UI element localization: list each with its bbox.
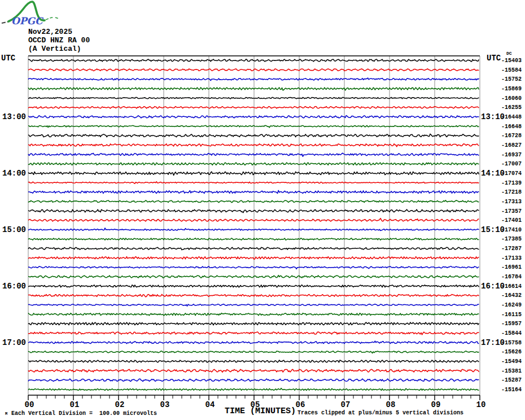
seismo-trace-19: [28, 228, 479, 231]
dc-value: -15844: [488, 331, 522, 336]
dc-value: -16961: [488, 265, 522, 270]
dc-value: -16448: [488, 115, 522, 120]
dc-value: -16784: [488, 274, 522, 280]
seismo-trace-35: [28, 379, 479, 381]
webicorder-page: OPGC Nov22,2025 OCCD HNZ RA 00 (A Vertic…: [0, 0, 525, 420]
left-hour-label: 13:00: [1, 113, 26, 121]
seismo-trace-24: [28, 275, 479, 278]
dc-value: -17410: [488, 228, 522, 233]
left-utc-header: UTC: [1, 54, 15, 62]
seismo-trace-29: [28, 322, 479, 325]
seismo-trace-32: [28, 351, 479, 353]
dc-value: -16432: [488, 293, 522, 299]
dc-value: -16614: [488, 284, 522, 290]
x-tick-label: 07: [336, 401, 355, 409]
x-axis-title: TIME (MINUTES): [225, 407, 296, 415]
x-tick-label: 09: [427, 401, 445, 409]
seismo-trace-7: [28, 116, 479, 118]
footer-mark: M: [5, 412, 7, 416]
seismo-trace-12: [28, 163, 479, 165]
dc-value: -15403: [488, 58, 522, 64]
seismo-trace-16: [28, 200, 479, 203]
left-hour-label: 16:00: [1, 282, 26, 290]
left-hour-label: 15:00: [1, 226, 26, 234]
left-hour-label: 17:00: [1, 339, 26, 347]
dc-value: -16648: [488, 124, 522, 130]
left-hour-label: 14:00: [1, 169, 26, 177]
seismo-trace-10: [28, 144, 479, 147]
dc-value: -17074: [488, 171, 522, 177]
seismo-trace-25: [28, 285, 479, 287]
seismo-trace-36: [28, 388, 479, 391]
seismo-trace-17: [28, 209, 479, 213]
dc-value: -17313: [488, 199, 522, 205]
seismo-trace-33: [28, 360, 479, 362]
seismo-trace-4: [28, 88, 479, 90]
seismo-trace-14: [28, 182, 479, 183]
dc-value: -16937: [488, 152, 522, 158]
dc-value: -17287: [488, 246, 522, 252]
seismo-trace-3: [28, 78, 479, 81]
dc-value: -15869: [488, 86, 522, 92]
seismo-trace-13: [28, 172, 479, 175]
dc-value: -15494: [488, 359, 522, 365]
dc-value: -16728: [488, 133, 522, 139]
dc-value: -15381: [488, 369, 522, 374]
seismo-trace-15: [28, 190, 479, 193]
dc-value: -17218: [488, 190, 522, 195]
helicorder-plot: [0, 0, 525, 420]
dc-value: -15287: [488, 378, 522, 383]
dc-value: -17401: [488, 218, 522, 224]
dc-value: -17133: [488, 256, 522, 261]
dc-value: -16827: [488, 143, 522, 148]
seismo-trace-6: [28, 107, 479, 109]
x-tick-label: 08: [382, 401, 400, 409]
dc-value: -15164: [488, 387, 522, 393]
dc-value: -15584: [488, 68, 522, 73]
x-tick-label: 03: [156, 401, 174, 409]
x-tick-label: 10: [472, 401, 490, 409]
seismo-trace-20: [28, 238, 479, 240]
seismo-trace-22: [28, 257, 479, 260]
dc-value: -16249: [488, 303, 522, 308]
dc-value: -16255: [488, 105, 522, 111]
dc-value: -17385: [488, 237, 522, 242]
seismo-trace-23: [28, 266, 479, 269]
dc-value: -17139: [488, 181, 522, 186]
dc-value: -17357: [488, 209, 522, 215]
dc-value: -17007: [488, 161, 522, 167]
seismo-trace-27: [28, 304, 479, 307]
footer-scale-note: Each Vertical Division = 100.00 microvol…: [11, 410, 157, 417]
seismo-trace-28: [28, 313, 479, 316]
seismo-trace-30: [28, 332, 479, 335]
seismo-trace-5: [28, 97, 479, 99]
seismo-trace-34: [28, 369, 479, 372]
seismo-trace-26: [28, 294, 479, 296]
dc-value: -15752: [488, 77, 522, 82]
seismo-trace-31: [28, 341, 479, 344]
x-tick-label: 01: [65, 401, 84, 409]
seismo-trace-9: [28, 134, 479, 137]
dc-value: -15626: [488, 349, 522, 355]
seismo-trace-8: [28, 125, 479, 128]
dc-value: -16060: [488, 96, 522, 102]
x-tick-label: 02: [111, 401, 129, 409]
footer-clip-note: Traces clipped at plus/minus 5 vertical …: [298, 410, 463, 416]
seismo-trace-1: [28, 59, 479, 62]
seismo-trace-21: [28, 247, 479, 250]
dc-column-header: DC: [506, 51, 512, 56]
dc-value: -16115: [488, 312, 522, 318]
dc-value: -15758: [488, 340, 522, 346]
x-tick-label: 04: [201, 401, 219, 409]
seismo-trace-18: [28, 218, 479, 221]
x-tick-label: 00: [20, 401, 38, 409]
seismo-trace-11: [28, 153, 479, 156]
seismo-trace-2: [28, 69, 479, 71]
dc-value: -15957: [488, 321, 522, 327]
